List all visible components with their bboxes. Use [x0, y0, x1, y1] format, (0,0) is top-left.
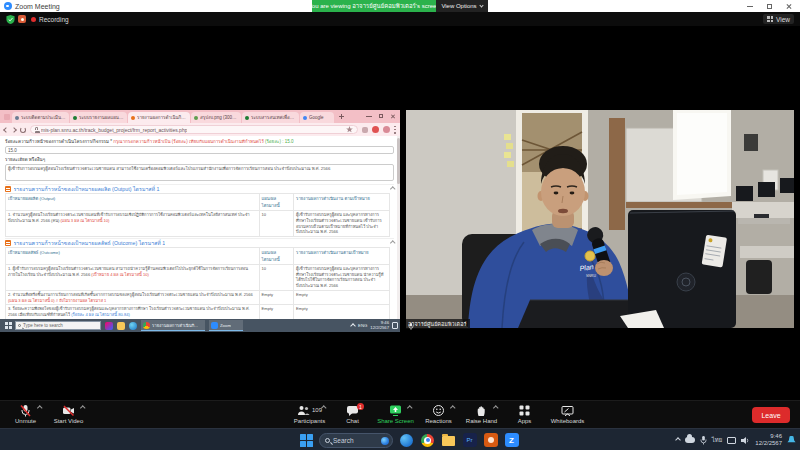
- back-button[interactable]: [3, 127, 9, 133]
- mic-tray-icon[interactable]: [700, 436, 707, 445]
- search-icon: [325, 438, 330, 443]
- windows-search-box[interactable]: Type here to search: [15, 321, 101, 330]
- browser-tab-1[interactable]: ระบบติดตามประเมินผลแผนงาน มรภ.สน.: [12, 112, 69, 123]
- tray-chevron-icon[interactable]: [350, 323, 356, 329]
- pinned-tab-icon[interactable]: [4, 114, 10, 120]
- bookmark-star-icon[interactable]: [346, 126, 353, 133]
- field-hint-red: กรุณากรอกความก้าวหน้าเป็น (ร้อยละ) เทียบ…: [113, 139, 263, 144]
- participants-label: Participants: [294, 418, 325, 424]
- participants-button[interactable]: 109 Participants: [288, 403, 331, 424]
- apps-label: Apps: [518, 418, 532, 424]
- tray-chevron-icon[interactable]: [675, 437, 681, 443]
- meeting-info-bar: Recording View: [0, 12, 800, 26]
- start-video-button[interactable]: Start Video: [47, 403, 90, 424]
- output-table: เป้าหมายผลผลิต (Output) แผน/ผล ไตรมาสนี้…: [5, 193, 390, 237]
- raise-hand-button[interactable]: Raise Hand: [460, 403, 503, 424]
- chevron-up-icon[interactable]: [80, 405, 85, 410]
- chevron-up-icon[interactable]: [450, 405, 455, 410]
- wood-pillar: [609, 118, 625, 230]
- chat-button[interactable]: 1 Chat: [331, 403, 374, 424]
- table-icon: [5, 186, 11, 192]
- chevron-up-icon[interactable]: [493, 405, 498, 410]
- browser-minimize-button[interactable]: [366, 116, 372, 117]
- browser-tab-3-active[interactable]: รายงานผลการดำเนินกิจกรรม: [128, 112, 190, 123]
- browser-tab-2[interactable]: ระบบรายงานผลแผนปฏิบัติราชการ: [70, 112, 127, 123]
- forward-button[interactable]: [11, 127, 17, 133]
- whiteboards-button[interactable]: Whiteboards: [546, 403, 589, 424]
- unmute-button[interactable]: Unmute: [4, 403, 47, 424]
- cell-blue-note: (ร้อยละ 4 ผล ณ ไตรมาสนี้ 80.84): [71, 312, 130, 317]
- cell-empty: Empty: [294, 290, 390, 304]
- clock[interactable]: 9:46 12/2/2567: [755, 433, 782, 447]
- progress-percent-input[interactable]: [5, 146, 394, 154]
- view-layout-button[interactable]: View: [763, 14, 794, 24]
- new-tab-button[interactable]: [337, 112, 346, 121]
- tab-favicon: [73, 116, 77, 120]
- premiere-app-icon[interactable]: Pr: [462, 433, 477, 448]
- maximize-button[interactable]: [767, 4, 772, 9]
- taskbar-search-box[interactable]: Search: [319, 433, 393, 448]
- onedrive-icon[interactable]: [685, 437, 695, 443]
- notification-bell-icon[interactable]: [787, 436, 796, 445]
- collapse-chevron-icon[interactable]: [390, 241, 395, 246]
- profile-avatar[interactable]: [383, 126, 390, 133]
- address-bar[interactable]: mis-plan.snru.ac.th/track_budget_project…: [30, 125, 358, 134]
- cell-empty: Empty: [294, 305, 390, 319]
- view-options-button[interactable]: View Options: [436, 0, 488, 12]
- paint-app-icon[interactable]: [105, 322, 113, 330]
- tab-title: Google: [309, 115, 324, 120]
- zoom-app-icon: [4, 2, 12, 10]
- clock[interactable]: 9:46 12/2/2567: [370, 321, 389, 331]
- file-explorer-icon[interactable]: [441, 433, 456, 448]
- language-indicator[interactable]: ไทย: [712, 435, 723, 445]
- raise-hand-icon: [475, 404, 488, 417]
- live-stream-icon[interactable]: [18, 15, 26, 23]
- section-output-header[interactable]: รายงานความก้าวหน้าของเป้าหมายผลผลิต (Out…: [5, 184, 394, 193]
- report-form-page: ร้อยละความก้าวหน้าของการดำเนินโครงการ/กิ…: [0, 136, 400, 319]
- notification-icon[interactable]: [372, 126, 379, 133]
- apps-button[interactable]: Apps: [503, 403, 546, 424]
- browser-tab-6[interactable]: Google: [300, 112, 334, 123]
- widgets-button[interactable]: [399, 433, 414, 448]
- chevron-up-icon[interactable]: [407, 405, 412, 410]
- extensions-icon[interactable]: [362, 127, 368, 133]
- network-display-icon[interactable]: [727, 437, 736, 444]
- table-row: 1. จำนวนครูผู้สอนโรงเรียนตำรวจตระเวนชายแ…: [6, 211, 390, 237]
- encryption-shield-icon[interactable]: [6, 15, 15, 24]
- chrome-taskbar-icon[interactable]: [420, 433, 435, 448]
- tab-favicon: [194, 116, 198, 120]
- section-outcome-header[interactable]: รายงานความก้าวหน้าของเป้าหมายผลลัพธ์ (Ou…: [5, 238, 394, 247]
- details-textarea[interactable]: ผู้เข้ารับการอบรมครูผู้สอนโรงเรียนตำรวจต…: [5, 164, 394, 181]
- tab-favicon: [303, 116, 307, 120]
- reactions-button[interactable]: Reactions: [417, 403, 460, 424]
- action-center-icon[interactable]: [392, 322, 398, 329]
- tray-date: 12/2/2567: [370, 326, 389, 331]
- edge-browser-icon[interactable]: [129, 322, 137, 330]
- speaker-box: [744, 134, 758, 151]
- start-button[interactable]: [300, 434, 313, 447]
- start-button[interactable]: [5, 322, 12, 329]
- chrome-task-button[interactable]: รายงานผลการดำเนินกิ...: [141, 320, 205, 331]
- language-indicator[interactable]: ENG: [358, 323, 367, 328]
- browser-maximize-button[interactable]: [379, 114, 383, 118]
- reload-button[interactable]: [20, 127, 26, 133]
- zoom-task-button[interactable]: Zoom: [209, 320, 243, 331]
- page-scrollbar[interactable]: [397, 136, 400, 319]
- share-screen-button[interactable]: Share Screen: [374, 403, 417, 424]
- volume-icon[interactable]: [741, 436, 750, 445]
- office-app-icon[interactable]: [483, 433, 498, 448]
- minimize-button[interactable]: [747, 6, 753, 7]
- audio-video-controls: Unmute Start Video: [4, 403, 90, 424]
- zoom-taskbar-icon[interactable]: Z: [504, 433, 519, 448]
- browser-tab-4[interactable]: สรุปงบ.png (300×300): [191, 112, 241, 123]
- file-explorer-icon[interactable]: [117, 322, 125, 330]
- close-button[interactable]: [786, 3, 792, 9]
- browser-menu-icon[interactable]: [394, 126, 396, 134]
- collapse-chevron-icon[interactable]: [390, 187, 395, 192]
- leave-button[interactable]: Leave: [752, 407, 790, 423]
- cell-text: 2. จำนวนสื่อหรือชิ้นงานการเรียนการสอนที่…: [8, 292, 253, 297]
- browser-close-button[interactable]: [391, 114, 396, 119]
- chevron-up-icon[interactable]: [37, 405, 42, 410]
- browser-tab-5[interactable]: ระบบสารสนเทศเพื่อการบริหาร มรภ.สน.: [242, 112, 299, 123]
- browser-toolbar: mis-plan.snru.ac.th/track_budget_project…: [0, 123, 400, 136]
